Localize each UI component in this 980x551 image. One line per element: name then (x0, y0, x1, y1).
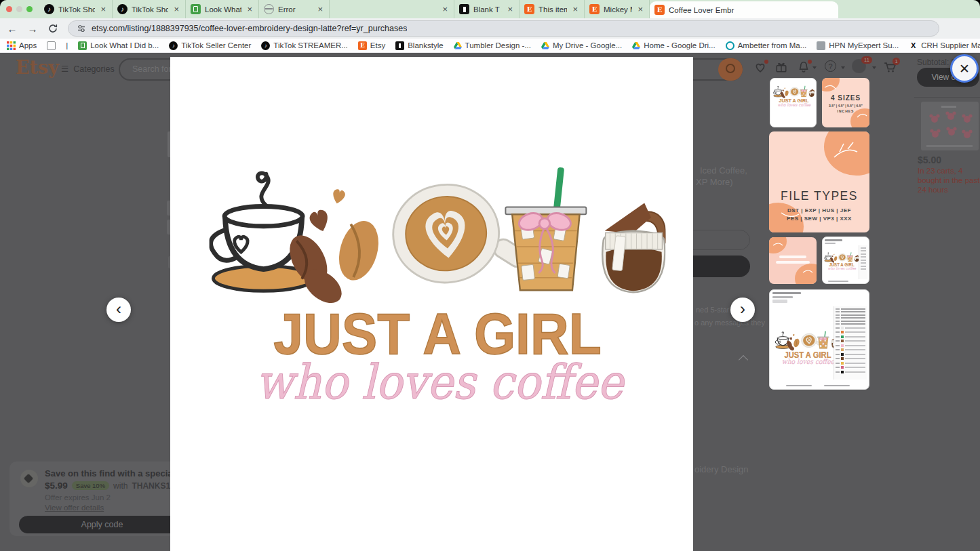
x-logo-icon: X (909, 41, 918, 50)
minimize-window-button[interactable] (16, 6, 22, 12)
filetypes-row: DST | EXP | HUS | JEF (769, 207, 869, 213)
tab-strip: TikTok Shop Seller Center | U × TikTok S… (0, 0, 980, 18)
status-bar (828, 281, 848, 282)
zoom-window-button[interactable] (26, 6, 33, 12)
previous-image-button[interactable]: ‹ (106, 298, 131, 322)
google-drive-icon (454, 42, 462, 49)
bookmark-crh[interactable]: XCRH Supplier Man... (909, 41, 980, 50)
address-bar[interactable]: etsy.com/listing/1888397935/coffee-lover… (68, 20, 939, 37)
tab-close-icon[interactable]: × (99, 4, 107, 14)
thumbnail-software-view[interactable] (822, 237, 869, 284)
close-lightbox-button[interactable]: ✕ (950, 54, 979, 83)
help-icon: ? (825, 60, 836, 72)
forward-button[interactable]: → (24, 20, 41, 37)
bookmark-tiktok-streamer[interactable]: TikTok STREAMER... (261, 41, 347, 50)
thumbnail-info-card[interactable] (769, 237, 817, 284)
tab-blank-t-shirts[interactable]: Blank T Shirts & Wholesale B × (454, 0, 520, 18)
globe-icon (264, 4, 274, 14)
bookmark-tumbler-design[interactable]: Tumbler Design -... (454, 41, 531, 49)
gift-icon (775, 61, 787, 73)
offer-tag-icon (20, 470, 38, 487)
bookmarks-bar: Apps | Look What I Did b... TikTok Selle… (0, 39, 980, 53)
offer-code: THANKS10 (132, 481, 174, 491)
bookmark-label: Home - Google Dri... (644, 41, 715, 49)
back-button[interactable]: ← (4, 20, 20, 37)
bookmark-my-drive[interactable]: My Drive - Google... (541, 41, 622, 49)
bookmark-grid[interactable] (47, 41, 56, 50)
thumbnail-software-large[interactable] (769, 289, 869, 390)
bookmark-label: CRH Supplier Man... (921, 41, 980, 49)
related-item-social-proof: In 23 carts, 4 bought in the past 24 hou… (918, 166, 979, 195)
tab-label: Blank T Shirts & Wholesale B (473, 5, 502, 14)
offer-save-badge: Save 10% (72, 481, 109, 490)
bookmark-ambetter[interactable]: Ambetter from Ma... (726, 41, 807, 50)
bookmark-blankstyle[interactable]: Blankstyle (395, 41, 443, 50)
bookmark-label: Blankstyle (408, 41, 443, 49)
status-bar (786, 385, 812, 387)
mini-design (775, 331, 840, 369)
bookmark-home-drive[interactable]: Home - Google Dri... (632, 41, 715, 49)
bookmark-apps[interactable]: Apps (7, 41, 37, 50)
bookmark-look-what-i-did[interactable]: Look What I Did b... (78, 41, 159, 50)
offer-code-prefix: with (113, 481, 128, 491)
tab-close-icon[interactable]: × (571, 4, 579, 14)
tab-close-icon[interactable]: × (636, 4, 644, 14)
image-lightbox[interactable] (170, 57, 693, 551)
bookmark-label: Tumbler Design -... (465, 41, 531, 49)
next-image-button[interactable]: › (730, 298, 755, 322)
etsy-icon (358, 41, 367, 50)
tab-label: Look What I Did by IP - Produ (205, 5, 241, 14)
mini-design (773, 85, 815, 110)
bookmark-label: Apps (19, 41, 37, 49)
etsy-icon (654, 5, 665, 15)
offer-price-row: $5.99 Save 10% with THANKS10 (45, 481, 175, 491)
color-sequence-panel (834, 306, 867, 380)
tab-coffee-lover-active[interactable]: Coffee Lover Embr (650, 1, 838, 18)
ambetter-icon (726, 41, 734, 50)
close-window-button[interactable] (6, 6, 12, 12)
toolbar-buttons (772, 300, 787, 303)
tab-tiktok-streamer[interactable]: TikTok Shop Streamer Deskto × (113, 0, 186, 18)
tab-tiktok-seller-center[interactable]: TikTok Shop Seller Center | U × (39, 0, 113, 18)
google-drive-icon (632, 42, 640, 49)
chevron-down-icon (812, 66, 817, 69)
related-item-image (921, 102, 979, 150)
cart-badge: 1 (893, 58, 900, 65)
tab-label: Coffee Lover Embr (669, 6, 834, 14)
bookmarks-divider: | (66, 41, 68, 49)
tab-label: TikTok Shop Seller Center | U (58, 5, 95, 14)
bookmark-hpn[interactable]: HPN MyExpert Su... (817, 41, 899, 50)
tab-close-icon[interactable]: × (441, 4, 449, 14)
thumbnail-file-types[interactable]: FILE TYPES DST | EXP | HUS | JEF PES | S… (769, 131, 869, 232)
blankstyle-icon (459, 4, 469, 14)
tab-close-icon[interactable]: × (316, 4, 324, 14)
tab-close-icon[interactable]: × (246, 4, 254, 14)
software-side-panel (859, 245, 867, 279)
tab-error[interactable]: Error × (259, 0, 330, 18)
browser-toolbar: ← → etsy.com/listing/1888397935/coffee-l… (0, 18, 980, 39)
toolbar-bar (825, 243, 836, 244)
embroidery-design-image[interactable] (203, 166, 671, 430)
listing-title-fragment: XP More) (696, 177, 733, 187)
tab-close-icon[interactable]: × (506, 4, 514, 14)
listing-title-fragment: Iced Coffee, (700, 165, 747, 176)
status-bar (824, 385, 850, 387)
sizes-dims: 3.5" | 4.5" | 5.5" | 6.5" (822, 104, 869, 108)
sizes-title: 4 SIZES (822, 94, 869, 102)
thumbnail-sizes[interactable]: 4 SIZES 3.5" | 4.5" | 5.5" | 6.5" INCHES (822, 78, 869, 127)
thumbnail-main-design[interactable] (770, 78, 817, 127)
image-caption-bar (941, 106, 956, 108)
tab-label: This item is unavailable - Etsy (538, 5, 567, 14)
bookmark-etsy[interactable]: Etsy (358, 41, 385, 50)
tab-look-what-i-did[interactable]: Look What I Did by IP - Produ × (186, 0, 259, 18)
tab-mickey-embroidery[interactable]: Mickey Mouse Embroidery D × (585, 0, 650, 18)
tab-close-icon[interactable]: × (172, 4, 180, 14)
tab-item-unavailable[interactable]: This item is unavailable - Etsy × (520, 0, 585, 18)
image-caption-bar (926, 145, 973, 147)
reload-icon (48, 24, 58, 33)
reload-button[interactable] (45, 20, 61, 37)
bookmark-tiktok-seller[interactable]: TikTok Seller Center (169, 41, 251, 50)
tab-untitled[interactable]: × (330, 0, 454, 18)
apply-code-button: Apply code (19, 516, 185, 533)
mini-design (824, 252, 859, 272)
